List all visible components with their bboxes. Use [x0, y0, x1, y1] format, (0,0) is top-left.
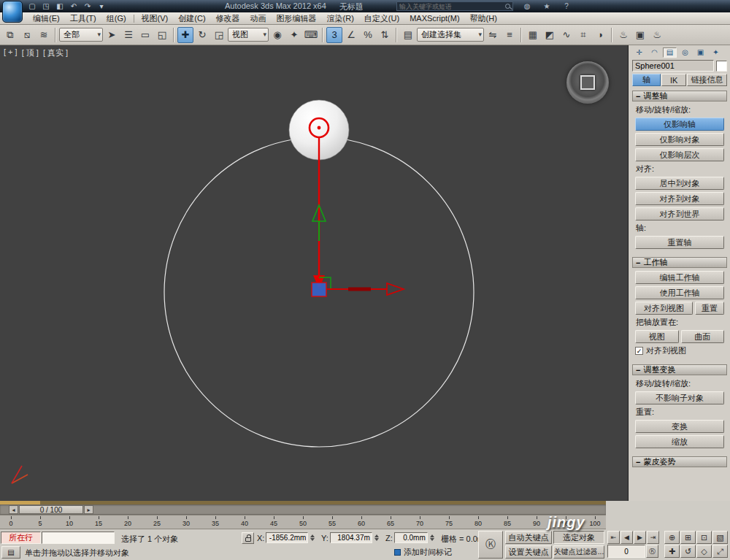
window-crossing-icon[interactable]: ◱ [154, 27, 170, 43]
adjust-transform-rollout-header[interactable]: 调整变换 [632, 364, 727, 375]
menu-item[interactable]: 渲染(R) [322, 12, 359, 25]
set-keys-button[interactable]: Ⓚ [478, 531, 503, 559]
dont-affect-children-button[interactable]: 不影响子对象 [635, 391, 724, 404]
reset-transform-button[interactable]: 变换 [635, 420, 724, 433]
menu-item[interactable]: 编辑(E) [28, 12, 65, 25]
mini-listener-open-icon[interactable]: ▤ [1, 546, 20, 559]
ik-subtab[interactable]: IK [661, 74, 686, 86]
angle-snap-icon[interactable]: ∠ [343, 27, 359, 43]
time-slider-handle[interactable]: 0 / 100 [19, 505, 83, 514]
toolbar-item[interactable] [611, 28, 612, 42]
go-to-end-icon[interactable]: ⇥ [647, 531, 659, 544]
align-to-view-button[interactable]: 对齐到视图 [635, 302, 693, 315]
previous-frame-icon[interactable]: ◀ [620, 531, 633, 544]
undo-icon[interactable]: ↶ [68, 1, 80, 11]
pivot-subtab[interactable]: 轴 [632, 74, 661, 86]
select-and-scale-icon[interactable]: ◲ [211, 27, 227, 43]
layer-manager-icon[interactable]: ▦ [525, 27, 541, 43]
application-menu-logo[interactable] [2, 1, 23, 23]
menu-item[interactable]: 自定义(U) [359, 12, 404, 25]
pan-icon[interactable]: ✚ [664, 545, 680, 558]
y-coordinate-field[interactable] [330, 532, 372, 543]
current-frame-field[interactable] [607, 545, 645, 558]
toolbar-item[interactable] [173, 28, 174, 42]
toolbar-item[interactable] [322, 28, 323, 42]
select-by-name-icon[interactable]: ☰ [120, 27, 137, 43]
viewport-pov-menu[interactable]: [ 顶 ] [22, 47, 39, 58]
motion-tab[interactable]: ◎ [678, 47, 692, 58]
link-info-subtab[interactable]: 链接信息 [687, 74, 727, 86]
auto-key-button[interactable]: 自动关键点 [505, 531, 552, 544]
create-tab[interactable]: ✛ [632, 47, 646, 58]
pivot-gizmo-box[interactable] [312, 283, 326, 296]
reset-button[interactable]: 重置 [695, 302, 724, 315]
maximize-viewport-icon[interactable]: ⤢ [712, 545, 728, 558]
selected-filter-dropdown[interactable]: 选定对象 [553, 531, 604, 544]
select-and-manipulate-icon[interactable]: ✦ [286, 27, 302, 43]
utilities-tab[interactable]: ✦ [709, 47, 723, 58]
menu-item[interactable]: 视图(V) [137, 12, 174, 25]
select-and-link-icon[interactable]: ⧉ [2, 27, 18, 43]
x-spinner[interactable] [310, 534, 315, 541]
search-icon[interactable] [505, 4, 510, 9]
communication-center-icon[interactable]: ◍ [521, 1, 533, 11]
time-slider-track[interactable]: ◂ 0 / 100 ▸ [0, 505, 606, 515]
select-and-rotate-icon[interactable]: ↻ [194, 27, 210, 43]
menu-item[interactable]: 创建(C) [173, 12, 210, 25]
reset-scale-button[interactable]: 缩放 [635, 435, 724, 448]
scene-canvas[interactable] [0, 45, 629, 501]
zoom-extents-icon[interactable]: ⊡ [696, 531, 712, 544]
play-icon[interactable]: ▶ [634, 531, 646, 544]
x-axis-arrowhead[interactable] [387, 283, 404, 295]
select-and-move-icon[interactable]: ✚ [177, 27, 193, 43]
place-surface-button[interactable]: 曲面 [681, 330, 725, 343]
percent-snap-icon[interactable]: % [360, 27, 376, 43]
snap-toggle-3d-icon[interactable]: 3 [326, 27, 342, 43]
bind-to-space-warp-icon[interactable]: ≋ [36, 27, 52, 43]
affect-pivot-only-button[interactable]: 仅影响轴 [635, 118, 724, 131]
rectangular-selection-icon[interactable]: ▭ [137, 27, 153, 43]
keyboard-override-icon[interactable]: ⌨ [303, 27, 319, 43]
hierarchy-tab[interactable]: ▤ [663, 47, 677, 58]
track-bar-ruler[interactable]: 0510152025303540455055606570758085909510… [0, 515, 606, 529]
previous-frame-nudge-icon[interactable]: ◂ [9, 505, 18, 514]
toolbar-item[interactable] [55, 28, 56, 42]
search-input[interactable] [399, 3, 502, 10]
key-filters-button[interactable]: 关键点过滤器... [553, 545, 604, 559]
menu-item[interactable]: 图形编辑器 [272, 12, 322, 25]
set-key-mode-button[interactable]: 设置关键点 [505, 545, 552, 559]
next-frame-nudge-icon[interactable]: ▸ [84, 505, 93, 514]
modify-tab[interactable]: ◠ [648, 47, 661, 58]
display-tab[interactable]: ▣ [694, 47, 707, 58]
reference-coordinate-dropdown[interactable]: 视图 [228, 28, 269, 42]
render-production-icon[interactable]: ♨ [649, 27, 665, 43]
reset-pivot-button[interactable]: 重置轴 [635, 236, 724, 249]
favorites-icon[interactable]: ★ [541, 1, 553, 11]
scene-menu-icon[interactable]: ▾ [96, 1, 107, 11]
align-to-world-button[interactable]: 对齐到世界 [635, 207, 724, 220]
transform-type-in-lock-button[interactable] [242, 532, 254, 544]
toolbar-item[interactable] [520, 28, 522, 42]
z-spinner[interactable] [430, 534, 434, 541]
align-to-view-checkbox[interactable] [635, 347, 643, 355]
select-object-icon[interactable]: ➤ [104, 27, 120, 43]
menu-item[interactable]: 工具(T) [65, 12, 101, 25]
x-coordinate-field[interactable] [266, 532, 308, 543]
menu-item[interactable]: MAXScript(M) [404, 13, 464, 23]
place-view-button[interactable]: 视图 [635, 330, 679, 343]
navigation-wheel-core-icon[interactable] [580, 75, 595, 90]
affect-object-only-button[interactable]: 仅影响对象 [635, 133, 724, 146]
zoom-region-icon[interactable]: ▧ [712, 531, 728, 544]
add-time-tag[interactable]: 添加时间标记 [394, 547, 452, 558]
maxscript-mini-listener-white[interactable] [42, 532, 115, 544]
viewport-shading-menu[interactable]: [ 真实 ] [43, 47, 68, 58]
center-to-object-button[interactable]: 居中到对象 [635, 177, 724, 190]
save-file-icon[interactable]: ◧ [54, 1, 66, 11]
toolbar-item[interactable] [396, 28, 397, 42]
orbit-icon[interactable]: ↺ [680, 545, 696, 558]
render-setup-icon[interactable]: ♨ [615, 27, 631, 43]
rendered-frame-icon[interactable]: ▣ [632, 27, 648, 43]
material-editor-icon[interactable]: ◑ [592, 27, 608, 43]
menu-item[interactable]: 帮助(H) [465, 12, 502, 25]
align-icon[interactable]: ≡ [502, 27, 518, 43]
